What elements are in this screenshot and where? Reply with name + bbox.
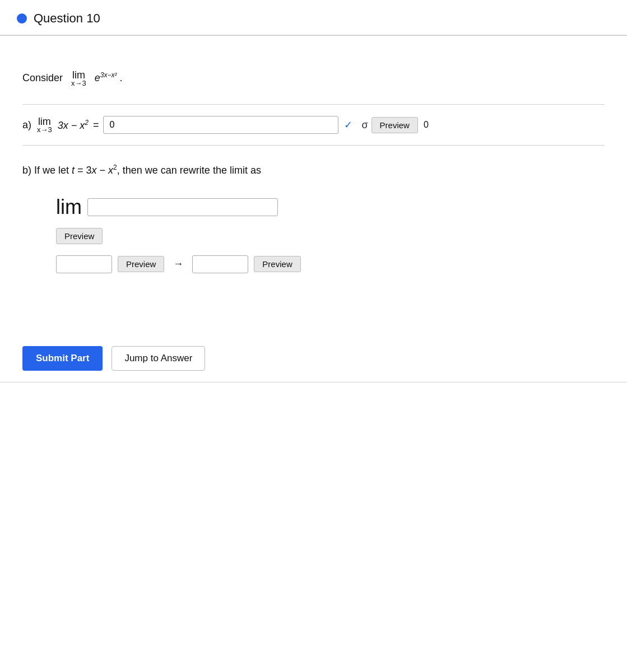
part-a-lim-sub: x→3 — [37, 125, 52, 134]
part-b-from-to-row: Preview → Preview — [56, 255, 605, 273]
content-area: Consider lim x→3 e3x−x² . a) lim x→3 — [0, 47, 627, 307]
part-b-description: b) If we let t = 3x − x2, then we can re… — [22, 162, 605, 179]
bottom-actions: Submit Part Jump to Answer — [0, 335, 627, 382]
part-a-preview-button[interactable]: Preview — [371, 117, 418, 133]
part-a-equals: = — [93, 119, 99, 131]
separator-2 — [22, 145, 605, 146]
separator-1 — [22, 104, 605, 105]
part-b-preview-row-top: Preview — [56, 228, 605, 244]
question-header: Question 10 — [0, 0, 627, 35]
consider-text-before: Consider — [22, 72, 63, 83]
question-dot — [17, 13, 27, 24]
part-b-lim-row: lim — [56, 195, 605, 219]
part-b-area: b) If we let t = 3x − x2, then we can re… — [22, 162, 605, 273]
jump-to-answer-button[interactable]: Jump to Answer — [112, 346, 205, 371]
part-b-to-input[interactable] — [192, 255, 248, 273]
top-divider — [0, 35, 627, 36]
part-b-lim-label: lim — [56, 195, 82, 219]
consider-expression: e3x−x² — [95, 72, 120, 83]
part-a-label: a) — [22, 119, 31, 131]
check-icon: ✓ — [344, 119, 352, 131]
question-title: Question 10 — [34, 11, 100, 26]
part-a-lim: lim x→3 — [37, 116, 52, 134]
part-b-preview-lim-button[interactable]: Preview — [56, 228, 103, 244]
part-a-expression: 3x − x2 — [58, 119, 89, 132]
consider-lim: lim x→3 — [71, 69, 86, 87]
consider-lim-subscript: x→3 — [71, 79, 86, 87]
part-a-row: a) lim x→3 3x − x2 = ✓ σ Preview 0 — [22, 116, 605, 134]
sigma-icon[interactable]: σ — [361, 119, 368, 131]
part-a-input[interactable] — [103, 116, 338, 134]
part-a-score: 0 — [424, 120, 429, 130]
part-b-lim-input[interactable] — [87, 198, 278, 216]
part-b-from-preview-button[interactable]: Preview — [118, 256, 164, 272]
submit-part-button[interactable]: Submit Part — [22, 346, 103, 371]
bottom-divider — [0, 382, 627, 382]
part-b-arrow: → — [173, 258, 183, 270]
part-b-from-input[interactable] — [56, 255, 112, 273]
part-b-label: b) — [22, 165, 31, 176]
consider-text-after: . — [120, 72, 123, 83]
part-b-to-preview-button[interactable]: Preview — [254, 256, 300, 272]
consider-statement: Consider lim x→3 e3x−x² . — [22, 69, 605, 87]
